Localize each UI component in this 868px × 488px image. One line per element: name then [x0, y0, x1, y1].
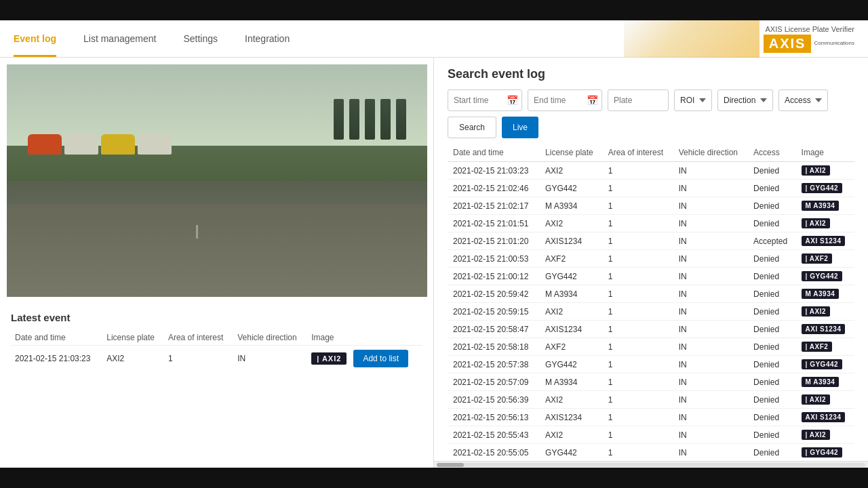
- car-orange: [28, 134, 62, 155]
- end-time-wrap: 📅: [528, 89, 602, 111]
- row-direction: IN: [673, 444, 748, 462]
- row-area: 1: [603, 197, 673, 215]
- row-direction: IN: [673, 285, 748, 303]
- row-plate: M A3934: [540, 285, 603, 303]
- row-plate: GYG442: [540, 444, 603, 462]
- plate-image-badge: AXI S1234: [802, 324, 846, 334]
- row-area: 1: [603, 180, 673, 197]
- row-direction: IN: [673, 268, 748, 285]
- axis-logo: AXIS Communications: [764, 35, 854, 53]
- main-wrapper: Event log List management Settings Integ…: [0, 20, 868, 468]
- row-datetime: 2021-02-15 21:01:51: [448, 215, 540, 232]
- row-image: | AXI2: [796, 426, 854, 444]
- row-area: 1: [603, 285, 673, 303]
- row-plate: AXF2: [540, 338, 603, 356]
- row-image: | AXF2: [796, 250, 854, 268]
- access-select[interactable]: Access: [778, 89, 828, 111]
- latest-event-table: Date and time License plate Area of inte…: [11, 330, 422, 371]
- col-access: Access: [748, 144, 796, 162]
- live-button[interactable]: Live: [502, 117, 538, 138]
- row-image: | GYG442: [796, 356, 854, 373]
- add-to-list-button[interactable]: Add to list: [353, 350, 408, 367]
- row-datetime: 2021-02-15 21:03:23: [448, 162, 540, 180]
- row-image: | GYG442: [796, 268, 854, 285]
- row-plate: AXI2: [540, 303, 603, 321]
- row-image: M A3934: [796, 197, 854, 215]
- top-black-bar: [0, 0, 868, 20]
- nav-tabs: Event log List management Settings Integ…: [14, 20, 290, 57]
- table-row: 2021-02-15 20:56:39 AXI2 1 IN Denied | A…: [448, 391, 854, 409]
- row-access: Denied: [748, 162, 796, 180]
- row-image: AXI S1234: [796, 409, 854, 426]
- row-direction: IN: [673, 338, 748, 356]
- row-image: AXI S1234: [796, 232, 854, 250]
- row-area: 1: [603, 250, 673, 268]
- table-row: 2021-02-15 21:00:12 GYG442 1 IN Denied |…: [448, 268, 854, 285]
- row-access: Denied: [748, 285, 796, 303]
- header-gradient: [624, 20, 760, 58]
- row-direction: IN: [673, 321, 748, 338]
- row-plate: AXIS1234: [540, 409, 603, 426]
- table-row: 2021-02-15 21:01:51 AXI2 1 IN Denied | A…: [448, 215, 854, 232]
- roi-select[interactable]: ROI: [674, 89, 712, 111]
- car-white: [64, 134, 98, 155]
- tab-event-log[interactable]: Event log: [14, 20, 56, 57]
- table-row: 2021-02-15 20:55:43 AXI2 1 IN Denied | A…: [448, 426, 854, 444]
- plate-input[interactable]: [608, 89, 669, 111]
- row-access: Denied: [748, 250, 796, 268]
- table-row: 2021-02-15 21:02:46 GYG442 1 IN Denied |…: [448, 180, 854, 197]
- row-datetime: 2021-02-15 20:55:43: [448, 426, 540, 444]
- row-access: Denied: [748, 391, 796, 409]
- start-time-input[interactable]: [448, 89, 522, 111]
- le-image-cell: | AXI2 Add to list: [307, 346, 422, 372]
- scrollbar-thumb[interactable]: [437, 463, 464, 467]
- row-area: 1: [603, 338, 673, 356]
- tab-integration[interactable]: Integration: [245, 20, 290, 57]
- row-area: 1: [603, 321, 673, 338]
- tab-settings[interactable]: Settings: [183, 20, 218, 57]
- row-datetime: 2021-02-15 21:02:46: [448, 180, 540, 197]
- le-col-image: Image: [307, 330, 422, 346]
- row-direction: IN: [673, 250, 748, 268]
- scrollbar-wrap: [434, 461, 868, 468]
- tab-list-management[interactable]: List management: [83, 20, 156, 57]
- row-direction: IN: [673, 197, 748, 215]
- row-plate: AXIS1234: [540, 232, 603, 250]
- row-image: | AXI2: [796, 303, 854, 321]
- bottom-black-bar: [0, 468, 868, 488]
- right-panel: Search event log 📅 📅 ROI Di: [434, 58, 868, 468]
- row-access: Denied: [748, 180, 796, 197]
- axis-logo-subtext: Communications: [814, 40, 854, 47]
- table-row: 2021-02-15 20:55:05 GYG442 1 IN Denied |…: [448, 444, 854, 462]
- row-datetime: 2021-02-15 20:59:42: [448, 285, 540, 303]
- table-row: 2021-02-15 20:56:13 AXIS1234 1 IN Denied…: [448, 409, 854, 426]
- plate-image-badge: | AXI2: [802, 218, 830, 228]
- row-area: 1: [603, 373, 673, 391]
- col-direction: Vehicle direction: [673, 144, 748, 162]
- latest-event-header-row: Date and time License plate Area of inte…: [11, 330, 422, 346]
- row-datetime: 2021-02-15 20:58:47: [448, 321, 540, 338]
- row-datetime: 2021-02-15 20:58:18: [448, 338, 540, 356]
- row-direction: IN: [673, 215, 748, 232]
- tree-5: [396, 99, 406, 140]
- search-button[interactable]: Search: [448, 117, 496, 138]
- plate-image-badge: M A3934: [802, 377, 840, 387]
- direction-select[interactable]: Direction: [717, 89, 773, 111]
- event-table-wrap[interactable]: Date and time License plate Area of inte…: [434, 144, 868, 461]
- tree-3: [365, 99, 375, 140]
- le-plate: AXI2: [102, 346, 164, 372]
- row-area: 1: [603, 426, 673, 444]
- row-plate: M A3934: [540, 197, 603, 215]
- row-datetime: 2021-02-15 20:56:13: [448, 409, 540, 426]
- header: Event log List management Settings Integ…: [0, 20, 868, 58]
- row-direction: IN: [673, 180, 748, 197]
- car-yellow: [101, 134, 135, 155]
- le-col-direction: Vehicle direction: [233, 330, 307, 346]
- plate-image-badge: | GYG442: [802, 183, 843, 193]
- end-time-input[interactable]: [528, 89, 602, 111]
- scene-cars: [28, 134, 172, 155]
- plate-image-badge: | AXI2: [802, 165, 830, 176]
- row-datetime: 2021-02-15 21:01:20: [448, 232, 540, 250]
- row-image: | AXI2: [796, 391, 854, 409]
- plate-image-badge: | AXF2: [802, 253, 833, 264]
